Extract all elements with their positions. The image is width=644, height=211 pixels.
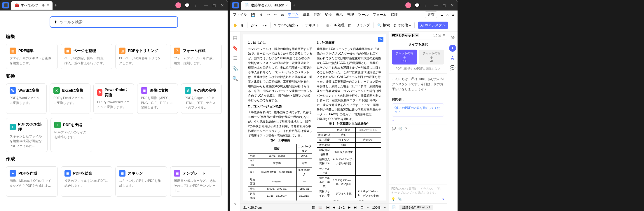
card-excel[interactable]: XExcelに変換PDFをExcelファイルに変換します。 <box>50 83 90 114</box>
more-icon[interactable]: ⋮ <box>423 3 427 8</box>
lightbulb-icon[interactable]: 💡 <box>391 197 395 201</box>
chat-icon[interactable]: 💬 <box>415 3 420 8</box>
card-combine[interactable]: ⊞PDFを結合複数のファイルを1つのPDFに結合します。 <box>61 166 113 197</box>
zoom-in-icon[interactable]: + <box>384 206 386 209</box>
first-page-icon[interactable]: |◀ <box>326 205 329 209</box>
ai-chat-icon[interactable]: 💬 <box>450 65 455 71</box>
new-tab-button[interactable]: + <box>293 3 295 8</box>
close-button[interactable]: ✕ <box>219 3 225 8</box>
card-organize[interactable]: ▦ページを整理ページの削除、回転、抽出、挿入、並べ替えを行います。 <box>61 44 113 69</box>
cloud-icon[interactable]: ☁ <box>440 13 444 17</box>
undo-icon[interactable]: ↶ <box>267 13 270 17</box>
card-trim[interactable]: ◫PDFをトリミングPDFページの内容をトリミングします。 <box>115 44 167 69</box>
zoom-in-icon[interactable]: ⊕ <box>241 23 244 27</box>
tab-document[interactable]: 📄 建築学会2008_all.pdf × <box>241 1 291 10</box>
help-icon[interactable]: ? <box>234 202 236 207</box>
next-page-icon[interactable]: ▶ <box>348 205 350 209</box>
ai-assistant-button[interactable]: AIAIアシスタン <box>418 22 448 29</box>
menu-edit[interactable]: 編集 <box>303 12 310 17</box>
menu-file[interactable]: ファイル <box>233 12 247 17</box>
menu-convert[interactable]: 変換 <box>325 12 332 17</box>
collapse-icon[interactable]: ⇲ <box>438 34 441 37</box>
save-icon[interactable]: 💾 <box>251 13 255 17</box>
menu-home[interactable]: ホーム <box>288 12 299 18</box>
search-panel-icon[interactable]: 🔍 <box>232 76 238 81</box>
ai-a-icon[interactable]: A <box>451 56 454 61</box>
example-question-1[interactable]: Q1.このPDFの内容を要約してください <box>392 103 444 117</box>
last-page-icon[interactable]: ▶| <box>354 205 357 209</box>
new-tab-button[interactable]: + <box>54 3 57 8</box>
minimize-button[interactable]: — <box>433 3 439 8</box>
card-word[interactable]: WWordに変換PDFをWordファイルに変換します。 <box>6 83 47 114</box>
redo-icon[interactable]: ↷ <box>274 13 277 17</box>
search-box[interactable]: ✦ <box>50 16 178 28</box>
send-icon[interactable]: ➤ <box>442 197 445 201</box>
ai-rail-icon[interactable]: ✦ <box>449 45 456 52</box>
chat-icon[interactable]: 💬 <box>185 3 190 8</box>
print-icon[interactable]: 🖨 <box>259 13 263 17</box>
chip-pdf[interactable]: チャットの相手PDF <box>392 50 417 64</box>
card-image[interactable]: ▣画像に変換PDFを画像（JPEG、PNG、GIF、TIFF）に変換します。 <box>137 83 178 114</box>
bookmark-icon[interactable]: 🔖 <box>232 45 238 51</box>
read-mode-icon[interactable]: 📖 <box>318 205 322 209</box>
card-create-pdf[interactable]: +PDFを作成画像、Microsoft OfficeファイルなどからPDFを作成… <box>6 166 58 197</box>
zoom-out-icon[interactable]: − <box>367 206 369 209</box>
chip-ai[interactable]: チャットの相手AI <box>419 50 444 64</box>
tab-all-tools[interactable]: 🧰 すべてのツール × <box>11 1 53 10</box>
layout-icon[interactable]: ▥ <box>312 205 315 209</box>
home-icon[interactable]: ⌂ <box>446 13 448 17</box>
shape-icon[interactable]: ▭ ▾ <box>261 23 266 27</box>
menu-organize[interactable]: 整理 <box>347 12 354 17</box>
search-input[interactable] <box>60 20 174 24</box>
menu-view[interactable]: 表示 <box>336 12 343 17</box>
close-icon[interactable]: × <box>47 3 49 7</box>
close-icon[interactable]: × <box>285 3 287 7</box>
expand-icon[interactable]: ⛶ <box>433 34 437 37</box>
pdf-page[interactable]: W 1．はじめに コンバージョンは、既存の建物を用途変更する手法で、ヨーロッパで… <box>243 34 386 200</box>
text-button[interactable]: Tテキスト <box>302 23 319 28</box>
menu-protect[interactable]: 保護 <box>391 12 398 17</box>
avatar[interactable] <box>405 2 411 8</box>
attachment-icon[interactable]: 📎 <box>232 66 238 71</box>
edit-all-button[interactable]: ✎すべて編集 ▾ <box>274 23 299 28</box>
thumbnails-icon[interactable]: ▤ <box>233 35 237 41</box>
card-compress[interactable]: ↓PDFを圧縮PDFファイルのサイズを縮小します。 <box>50 118 92 152</box>
trim-button[interactable]: ◫トリミング <box>348 23 370 28</box>
ai-input[interactable]: PDFについて質問してください。「#」キーでプロンプトを確認できます。 <box>391 187 445 196</box>
card-ppt[interactable]: PPowerPointに変換PDFをPowerPointファイルに変換します。 <box>93 83 134 114</box>
word-badge-icon[interactable]: W <box>378 37 383 42</box>
card-template[interactable]: ▤テンプレート履歴書やポスターなど、それぞれに応じたPDFテンプレート... <box>170 166 222 197</box>
maximize-button[interactable]: ◻ <box>441 3 447 8</box>
card-pdf-edit[interactable]: ▤PDF編集ファイル内のテキストと画像を編集します。 <box>6 44 58 69</box>
gear-icon[interactable]: ⚙ <box>451 13 455 17</box>
zoom-level[interactable]: 100% <box>372 206 380 209</box>
highlighter-icon[interactable]: 🖍 ▾ <box>251 23 257 27</box>
prev-page-icon[interactable]: ◀ <box>333 205 335 209</box>
search-button[interactable]: 🔍検索 <box>377 23 390 28</box>
avatar[interactable] <box>175 2 181 8</box>
file-tab[interactable]: 建築学会2008_all.pdf <box>399 205 433 210</box>
tools-icon[interactable]: ⚒ <box>451 35 455 41</box>
fit-icon[interactable]: ⊡ <box>361 205 363 209</box>
list-icon[interactable]: ☰ <box>233 55 237 61</box>
other-button[interactable]: ⊙その他 ▾ <box>393 23 411 28</box>
hand-tool-icon[interactable]: ✋ <box>233 23 237 27</box>
panel-mode-dropdown[interactable]: PDFとチャット <box>391 33 419 37</box>
close-panel-icon[interactable]: ✕ <box>443 34 445 37</box>
more-icon[interactable]: ⋮ <box>193 3 197 8</box>
card-ocr[interactable]: TPDFのOCR処理スキャンしたファイルを編集や検索が可能なPDFファイルに..… <box>6 118 48 152</box>
card-form[interactable]: ☑フォーム作成フォームフィールドを作成、編集、識別します。 <box>170 44 222 69</box>
close-button[interactable]: ✕ <box>449 3 455 8</box>
share-button[interactable]: 共有 <box>425 11 437 18</box>
history-icon[interactable]: 🕘 <box>398 127 402 130</box>
menu-comment[interactable]: 注釈 <box>314 12 321 17</box>
card-scan[interactable]: ⊡スキャンスキャンして新しいPDFを作成します。 <box>115 166 167 197</box>
maximize-button[interactable]: ◻ <box>211 3 217 8</box>
attach-icon[interactable]: 📎 <box>398 197 402 201</box>
chat-mode-icon[interactable]: 💬 <box>392 127 396 130</box>
ocr-button[interactable]: ⎚OCR処理 <box>327 23 345 28</box>
refresh-icon[interactable]: ⟳ <box>405 127 407 130</box>
page-indicator[interactable]: 1 / 2 <box>338 206 345 209</box>
card-other-convert[interactable]: ⇄その他の変換PDFをPages、ePub、HTML、RTF、テキストのファイル… <box>181 83 222 114</box>
mail-icon[interactable]: ✉ <box>281 13 284 17</box>
